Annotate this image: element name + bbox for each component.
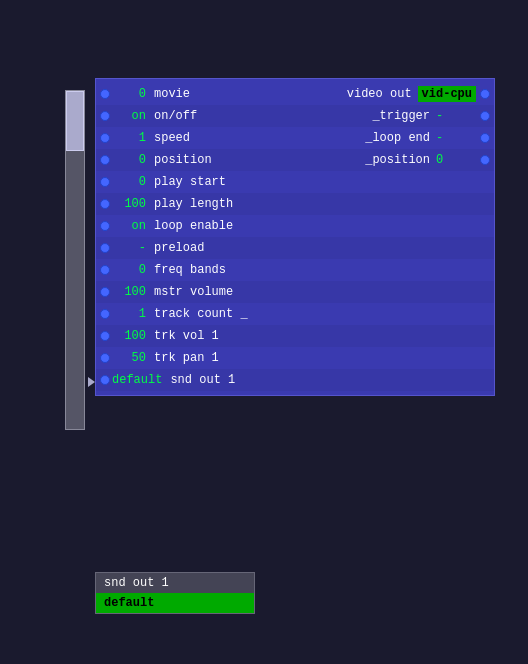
input-value: 0 xyxy=(112,87,150,101)
input-value: 100 xyxy=(112,329,150,343)
param-label: trk pan 1 xyxy=(150,351,494,365)
output-value: - xyxy=(436,109,476,123)
table-row[interactable]: defaultsnd out 1 xyxy=(96,369,494,391)
table-row[interactable]: 0freq bands xyxy=(96,259,494,281)
right-section: video outvid-cpu xyxy=(338,86,494,102)
window-title xyxy=(95,70,495,78)
table-row[interactable]: 1track count _ xyxy=(96,303,494,325)
param-label: freq bands xyxy=(150,263,494,277)
left-connector-dot[interactable] xyxy=(100,199,110,209)
input-value: 0 xyxy=(112,175,150,189)
left-connector-dot[interactable] xyxy=(100,221,110,231)
left-connector-dot[interactable] xyxy=(100,353,110,363)
list-item[interactable]: snd out 1 xyxy=(96,573,254,593)
param-label: position xyxy=(150,153,356,167)
table-row[interactable]: 1speed_loop end- xyxy=(96,127,494,149)
output-label: _loop end xyxy=(356,131,436,145)
node-panel: 0movievideo outvid-cpuonon/off_trigger-1… xyxy=(95,78,495,396)
input-value: 0 xyxy=(112,153,150,167)
table-row[interactable]: onloop enable xyxy=(96,215,494,237)
param-label: play start xyxy=(150,175,494,189)
param-label: mstr volume xyxy=(150,285,494,299)
left-connector-dot[interactable] xyxy=(100,287,110,297)
output-label: _position xyxy=(356,153,436,167)
input-value: 100 xyxy=(112,197,150,211)
list-item[interactable]: default xyxy=(96,593,254,613)
param-label: snd out 1 xyxy=(166,373,494,387)
table-row[interactable]: 100mstr volume xyxy=(96,281,494,303)
right-connector-dot[interactable] xyxy=(480,111,490,121)
right-connector-dot[interactable] xyxy=(480,89,490,99)
input-value: - xyxy=(112,241,150,255)
table-row[interactable]: 50trk pan 1 xyxy=(96,347,494,369)
right-section: _trigger- xyxy=(356,109,494,123)
output-value: - xyxy=(436,131,476,145)
left-connector-dot[interactable] xyxy=(100,155,110,165)
input-value: 1 xyxy=(112,131,150,145)
table-row[interactable]: onon/off_trigger- xyxy=(96,105,494,127)
table-row[interactable]: -preload xyxy=(96,237,494,259)
right-connector-dot[interactable] xyxy=(480,133,490,143)
input-value: 100 xyxy=(112,285,150,299)
bottom-panel: snd out 1default xyxy=(95,572,255,614)
left-connector-dot[interactable] xyxy=(100,331,110,341)
input-value: on xyxy=(112,109,150,123)
input-value: 1 xyxy=(112,307,150,321)
main-container: 0movievideo outvid-cpuonon/off_trigger-1… xyxy=(95,70,495,396)
output-value-highlight: vid-cpu xyxy=(418,86,476,102)
right-section: _position0 xyxy=(356,153,494,167)
output-value: 0 xyxy=(436,153,476,167)
param-label: on/off xyxy=(150,109,356,123)
table-row[interactable]: 100trk vol 1 xyxy=(96,325,494,347)
right-section: _loop end- xyxy=(356,131,494,145)
left-connector-dot[interactable] xyxy=(100,89,110,99)
left-connector-dot[interactable] xyxy=(100,375,110,385)
param-label: trk vol 1 xyxy=(150,329,494,343)
scrollbar-thumb[interactable] xyxy=(66,91,84,151)
input-value: 50 xyxy=(112,351,150,365)
left-connector-dot[interactable] xyxy=(100,243,110,253)
input-value: 0 xyxy=(112,263,150,277)
input-value: on xyxy=(112,219,150,233)
output-label: _trigger xyxy=(356,109,436,123)
table-row[interactable]: 0position_position0 xyxy=(96,149,494,171)
param-label: movie xyxy=(150,87,338,101)
param-label: loop enable xyxy=(150,219,494,233)
table-row[interactable]: 0movievideo outvid-cpu xyxy=(96,83,494,105)
param-label: preload xyxy=(150,241,494,255)
left-connector-dot[interactable] xyxy=(100,265,110,275)
left-connector-dot[interactable] xyxy=(100,177,110,187)
table-row[interactable]: 100play length xyxy=(96,193,494,215)
output-label: video out xyxy=(338,87,418,101)
param-label: speed xyxy=(150,131,356,145)
right-connector-dot[interactable] xyxy=(480,155,490,165)
param-label: play length xyxy=(150,197,494,211)
scrollbar[interactable] xyxy=(65,90,85,430)
row-arrow-indicator xyxy=(88,377,95,387)
table-row[interactable]: 0play start xyxy=(96,171,494,193)
left-connector-dot[interactable] xyxy=(100,133,110,143)
input-value: default xyxy=(112,373,166,387)
param-label: track count _ xyxy=(150,307,494,321)
left-connector-dot[interactable] xyxy=(100,111,110,121)
left-connector-dot[interactable] xyxy=(100,309,110,319)
